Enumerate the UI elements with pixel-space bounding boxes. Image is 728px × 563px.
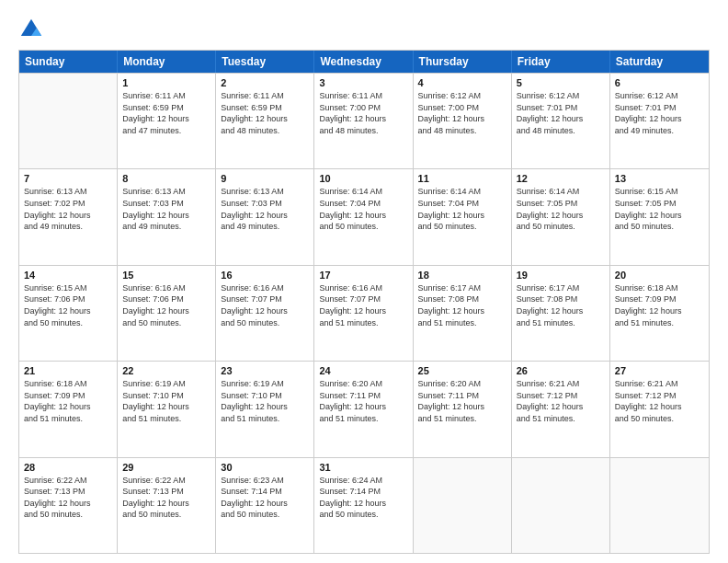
cell-info-line: Daylight: 12 hours: [122, 210, 210, 222]
empty-cell: [610, 458, 709, 553]
cell-info-line: Sunset: 6:59 PM: [221, 102, 309, 114]
day-cell-18: 18Sunrise: 6:17 AMSunset: 7:08 PMDayligh…: [414, 266, 512, 361]
cell-info-line: Sunset: 7:00 PM: [319, 102, 407, 114]
cell-info-line: and 49 minutes.: [615, 125, 704, 137]
cell-info-line: Sunrise: 6:24 AM: [319, 475, 407, 487]
cell-info-line: Daylight: 12 hours: [24, 210, 112, 222]
cell-info-line: Sunrise: 6:13 AM: [221, 186, 309, 198]
day-number: 1: [122, 77, 210, 88]
cell-info-line: and 48 minutes.: [418, 125, 506, 137]
day-cell-20: 20Sunrise: 6:18 AMSunset: 7:09 PMDayligh…: [610, 266, 709, 361]
cell-info-line: and 50 minutes.: [615, 221, 704, 233]
day-number: 6: [615, 77, 704, 88]
cell-info-line: Sunset: 7:10 PM: [122, 390, 210, 402]
cell-info-line: and 51 minutes.: [122, 413, 210, 425]
day-cell-1: 1Sunrise: 6:11 AMSunset: 6:59 PMDaylight…: [118, 74, 216, 168]
cell-info-line: Daylight: 12 hours: [319, 498, 407, 510]
cell-info-line: Sunrise: 6:16 AM: [122, 282, 210, 294]
week-row-5: 28Sunrise: 6:22 AMSunset: 7:13 PMDayligh…: [19, 457, 709, 553]
day-cell-13: 13Sunrise: 6:15 AMSunset: 7:05 PMDayligh…: [610, 169, 709, 264]
cell-info-line: Daylight: 12 hours: [418, 113, 506, 125]
cell-info-line: Sunset: 7:04 PM: [418, 198, 506, 210]
day-cell-22: 22Sunrise: 6:19 AMSunset: 7:10 PMDayligh…: [118, 362, 216, 456]
cell-info-line: and 51 minutes.: [418, 413, 506, 425]
cell-info-line: and 50 minutes.: [418, 221, 506, 233]
cell-info-line: Daylight: 12 hours: [418, 305, 506, 317]
day-cell-27: 27Sunrise: 6:21 AMSunset: 7:12 PMDayligh…: [610, 362, 709, 456]
calendar-body: 1Sunrise: 6:11 AMSunset: 6:59 PMDaylight…: [19, 73, 709, 553]
day-number: 31: [319, 462, 407, 473]
header-day-tuesday: Tuesday: [216, 51, 314, 73]
day-number: 13: [615, 173, 704, 184]
day-number: 14: [24, 270, 112, 281]
day-number: 22: [122, 365, 210, 376]
cell-info-line: Daylight: 12 hours: [319, 305, 407, 317]
day-cell-4: 4Sunrise: 6:12 AMSunset: 7:00 PMDaylight…: [414, 74, 512, 168]
cell-info-line: Daylight: 12 hours: [221, 113, 309, 125]
cell-info-line: and 48 minutes.: [517, 125, 605, 137]
day-number: 11: [418, 173, 506, 184]
header-day-saturday: Saturday: [610, 51, 709, 73]
cell-info-line: Daylight: 12 hours: [221, 401, 309, 413]
day-number: 15: [122, 270, 210, 281]
cell-info-line: Sunset: 7:03 PM: [122, 198, 210, 210]
day-cell-3: 3Sunrise: 6:11 AMSunset: 7:00 PMDaylight…: [314, 74, 413, 168]
day-cell-17: 17Sunrise: 6:16 AMSunset: 7:07 PMDayligh…: [314, 266, 413, 361]
day-number: 26: [517, 365, 605, 376]
cell-info-line: Sunset: 6:59 PM: [122, 102, 210, 114]
cell-info-line: Daylight: 12 hours: [615, 113, 704, 125]
cell-info-line: Sunrise: 6:13 AM: [24, 186, 112, 198]
day-number: 8: [122, 173, 210, 184]
cell-info-line: Sunset: 7:13 PM: [122, 486, 210, 498]
cell-info-line: and 50 minutes.: [221, 509, 309, 521]
calendar: SundayMondayTuesdayWednesdayThursdayFrid…: [18, 50, 710, 554]
cell-info-line: Daylight: 12 hours: [319, 113, 407, 125]
day-cell-19: 19Sunrise: 6:17 AMSunset: 7:08 PMDayligh…: [512, 266, 610, 361]
page: SundayMondayTuesdayWednesdayThursdayFrid…: [0, 0, 728, 563]
week-row-2: 7Sunrise: 6:13 AMSunset: 7:02 PMDaylight…: [19, 168, 709, 264]
cell-info-line: and 50 minutes.: [24, 509, 112, 521]
day-number: 17: [319, 270, 407, 281]
cell-info-line: Sunset: 7:02 PM: [24, 198, 112, 210]
logo-icon: [18, 17, 44, 42]
cell-info-line: Daylight: 12 hours: [221, 210, 309, 222]
day-number: 7: [24, 173, 112, 184]
cell-info-line: Sunrise: 6:14 AM: [517, 186, 605, 198]
header-day-thursday: Thursday: [414, 51, 512, 73]
cell-info-line: Daylight: 12 hours: [615, 305, 704, 317]
cell-info-line: Sunset: 7:01 PM: [615, 102, 704, 114]
cell-info-line: Daylight: 12 hours: [418, 210, 506, 222]
cell-info-line: Sunset: 7:14 PM: [319, 486, 407, 498]
cell-info-line: and 47 minutes.: [122, 125, 210, 137]
calendar-header: SundayMondayTuesdayWednesdayThursdayFrid…: [19, 51, 709, 73]
cell-info-line: and 50 minutes.: [319, 509, 407, 521]
cell-info-line: Sunrise: 6:12 AM: [418, 90, 506, 102]
empty-cell: [414, 458, 512, 553]
cell-info-line: Sunrise: 6:20 AM: [319, 378, 407, 390]
cell-info-line: and 50 minutes.: [615, 413, 704, 425]
cell-info-line: Sunrise: 6:16 AM: [319, 282, 407, 294]
day-number: 27: [615, 365, 704, 376]
cell-info-line: Sunset: 7:13 PM: [24, 486, 112, 498]
day-cell-2: 2Sunrise: 6:11 AMSunset: 6:59 PMDaylight…: [216, 74, 314, 168]
day-number: 20: [615, 270, 704, 281]
cell-info-line: Sunset: 7:03 PM: [221, 198, 309, 210]
cell-info-line: and 50 minutes.: [221, 317, 309, 329]
cell-info-line: Daylight: 12 hours: [319, 401, 407, 413]
day-cell-10: 10Sunrise: 6:14 AMSunset: 7:04 PMDayligh…: [314, 169, 413, 264]
cell-info-line: Daylight: 12 hours: [615, 401, 704, 413]
day-cell-24: 24Sunrise: 6:20 AMSunset: 7:11 PMDayligh…: [314, 362, 413, 456]
day-cell-16: 16Sunrise: 6:16 AMSunset: 7:07 PMDayligh…: [216, 266, 314, 361]
cell-info-line: Daylight: 12 hours: [418, 401, 506, 413]
cell-info-line: Daylight: 12 hours: [517, 210, 605, 222]
cell-info-line: and 50 minutes.: [319, 221, 407, 233]
cell-info-line: Sunrise: 6:15 AM: [615, 186, 704, 198]
day-number: 3: [319, 77, 407, 88]
cell-info-line: and 50 minutes.: [122, 509, 210, 521]
week-row-3: 14Sunrise: 6:15 AMSunset: 7:06 PMDayligh…: [19, 265, 709, 361]
day-cell-26: 26Sunrise: 6:21 AMSunset: 7:12 PMDayligh…: [512, 362, 610, 456]
day-cell-12: 12Sunrise: 6:14 AMSunset: 7:05 PMDayligh…: [512, 169, 610, 264]
cell-info-line: Sunrise: 6:14 AM: [418, 186, 506, 198]
week-row-1: 1Sunrise: 6:11 AMSunset: 6:59 PMDaylight…: [19, 73, 709, 168]
cell-info-line: and 50 minutes.: [122, 317, 210, 329]
